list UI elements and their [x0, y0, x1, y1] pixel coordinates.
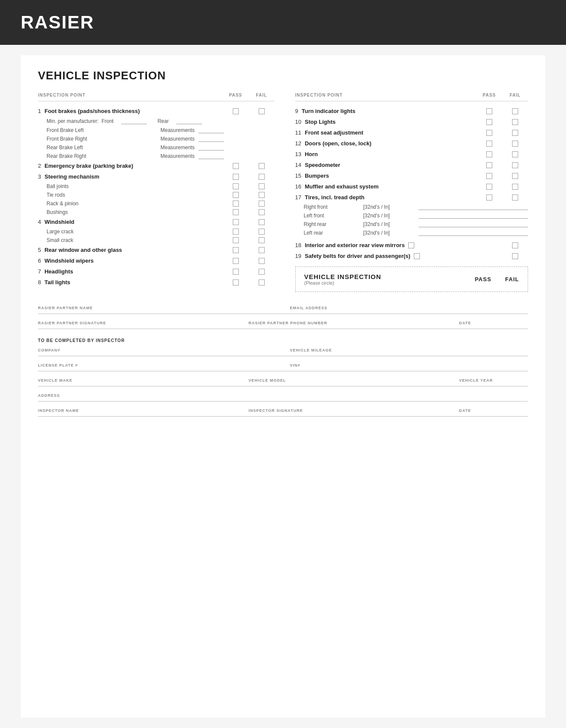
- footer-row-3: COMPANY VEHICLE MILEAGE: [38, 348, 528, 356]
- item-11-num: 11: [295, 129, 301, 136]
- bushings-fail[interactable]: [259, 209, 265, 215]
- small-crack-pass[interactable]: [233, 237, 239, 243]
- brake-meas-rear-right: Rear Brake Right Measurements: [38, 152, 275, 160]
- item-16-pass-checkbox[interactable]: [486, 184, 492, 190]
- item-14-fail-checkbox[interactable]: [512, 162, 518, 168]
- item-1-pass-checkbox[interactable]: [233, 108, 239, 114]
- item-15-pass-checkbox[interactable]: [486, 173, 492, 179]
- item-13-fail-checkbox[interactable]: [512, 151, 518, 157]
- brake-rr-field: [198, 153, 224, 159]
- item-8-fail-checkbox[interactable]: [259, 279, 265, 286]
- left-col-header: INSPECTION POINT PASS FAIL: [38, 93, 275, 101]
- item-4-fail-checkbox[interactable]: [259, 219, 265, 225]
- item-15-label: Bumpers: [305, 173, 329, 179]
- inspector-name-label: INSPECTOR NAME: [38, 408, 235, 413]
- brake-min-row: Min. per manufacturer: Front Rear: [38, 116, 275, 126]
- item-10-fail-checkbox[interactable]: [512, 119, 518, 125]
- item-7-num: 7: [38, 268, 41, 275]
- item-8: 8 Tail lights: [38, 277, 275, 288]
- main-content: VEHICLE INSPECTION INSPECTION POINT PASS…: [21, 55, 545, 718]
- vib-pass-option[interactable]: PASS: [475, 276, 491, 282]
- bushings-pass[interactable]: [233, 209, 239, 215]
- item-17-label: Tires, incl. tread depth: [305, 194, 364, 201]
- tie-rods-fail[interactable]: [259, 192, 265, 198]
- item-2-fail-checkbox[interactable]: [259, 163, 265, 169]
- footer-row-4: LICENSE PLATE # VIN#: [38, 363, 528, 371]
- item-4-num: 4: [38, 219, 41, 225]
- item-6-pass-checkbox[interactable]: [233, 258, 239, 264]
- right-col-inspection-point-label: INSPECTION POINT: [295, 93, 477, 97]
- item-16: 16 Muffler and exhaust system: [295, 181, 528, 192]
- item-4-pass-checkbox[interactable]: [233, 219, 239, 225]
- item-2-pass-checkbox[interactable]: [233, 163, 239, 169]
- item-12: 12 Doors (open, close, lock): [295, 138, 528, 149]
- item-3-fail-checkbox[interactable]: [259, 174, 265, 180]
- item-7: 7 Headlights: [38, 266, 275, 277]
- item-12-pass-checkbox[interactable]: [486, 141, 492, 147]
- large-crack-fail[interactable]: [259, 229, 265, 235]
- brake-meas-front-left: Front Brake Left Measurements: [38, 126, 275, 135]
- item-18-inline-checkbox[interactable]: [408, 242, 414, 248]
- item-19-fail-checkbox[interactable]: [512, 253, 518, 259]
- mileage-label: VEHICLE MILEAGE: [290, 348, 528, 352]
- rack-pinion-pass[interactable]: [233, 201, 239, 207]
- tire-right-front-field: [419, 204, 528, 210]
- item-8-num: 8: [38, 279, 41, 286]
- item-2: 2 Emergency brake (parking brake): [38, 160, 275, 171]
- item-19: 19 Safety belts for driver and passenger…: [295, 251, 528, 261]
- item-11-pass-checkbox[interactable]: [486, 130, 492, 136]
- large-crack-pass[interactable]: [233, 229, 239, 235]
- company-title: RASIER: [21, 12, 545, 33]
- tie-rods-pass[interactable]: [233, 192, 239, 198]
- item-15-fail-checkbox[interactable]: [512, 173, 518, 179]
- item-13-pass-checkbox[interactable]: [486, 151, 492, 157]
- item-9-pass-checkbox[interactable]: [486, 108, 492, 114]
- item-1-label: Foot brakes (pads/shoes thickness): [44, 108, 140, 114]
- sub-rack-pinion: Rack & pinion: [38, 199, 275, 208]
- rack-pinion-fail[interactable]: [259, 201, 265, 207]
- item-1-fail-checkbox[interactable]: [259, 108, 265, 114]
- item-7-pass-checkbox[interactable]: [233, 269, 239, 275]
- small-crack-fail[interactable]: [259, 237, 265, 243]
- footer-fields: RASIER PARTNER NAME EMAIL ADDRESS RASIER…: [38, 306, 528, 417]
- tire-right-front-label: Right front: [304, 204, 360, 210]
- brake-min-label: Min. per manufacturer: Front: [47, 118, 113, 124]
- item-17-fail-checkbox[interactable]: [512, 195, 518, 201]
- item-10-pass-checkbox[interactable]: [486, 119, 492, 125]
- item-14-label: Speedometer: [305, 162, 340, 168]
- partner-phone-field: RASIER PARTNER PHONE NUMBER: [249, 321, 446, 326]
- item-4: 4 Windshield: [38, 217, 275, 227]
- item-12-num: 12: [295, 140, 301, 147]
- brake-meas-front-right: Front Brake Right Measurements: [38, 135, 275, 143]
- item-11-fail-checkbox[interactable]: [512, 130, 518, 136]
- item-16-fail-checkbox[interactable]: [512, 184, 518, 190]
- item-1-pass-cell: [223, 108, 249, 114]
- ball-joints-pass[interactable]: [233, 183, 239, 189]
- item-18-fail-checkbox[interactable]: [512, 242, 518, 248]
- item-14-num: 14: [295, 162, 301, 168]
- item-9-num: 9: [295, 108, 298, 114]
- partner-name-field: RASIER PARTNER NAME: [38, 306, 276, 311]
- item-12-fail-checkbox[interactable]: [512, 141, 518, 147]
- item-9-label: Turn indicator lights: [302, 108, 356, 114]
- vib-pass-label: PASS: [475, 276, 491, 282]
- item-5-pass-checkbox[interactable]: [233, 247, 239, 253]
- item-6-fail-checkbox[interactable]: [259, 258, 265, 264]
- item-5-fail-checkbox[interactable]: [259, 247, 265, 253]
- item-14-pass-checkbox[interactable]: [486, 162, 492, 168]
- vib-options: PASS FAIL: [475, 276, 519, 282]
- item-7-fail-checkbox[interactable]: [259, 269, 265, 275]
- item-3-pass-checkbox[interactable]: [233, 174, 239, 180]
- item-17-pass-checkbox[interactable]: [486, 195, 492, 201]
- item-17-num: 17: [295, 194, 301, 201]
- brake-front-right-val: Measurements: [160, 136, 274, 142]
- tire-right-rear-label: Right rear: [304, 221, 360, 227]
- brake-front-right-label: Front Brake Right: [47, 136, 160, 142]
- item-9-fail-checkbox[interactable]: [512, 108, 518, 114]
- vib-fail-label: FAIL: [505, 276, 519, 282]
- ball-joints-fail[interactable]: [259, 183, 265, 189]
- item-19-inline-checkbox[interactable]: [414, 253, 420, 259]
- item-8-pass-checkbox[interactable]: [233, 279, 239, 286]
- vib-fail-option[interactable]: FAIL: [505, 276, 519, 282]
- item-4-label: Windshield: [44, 219, 74, 225]
